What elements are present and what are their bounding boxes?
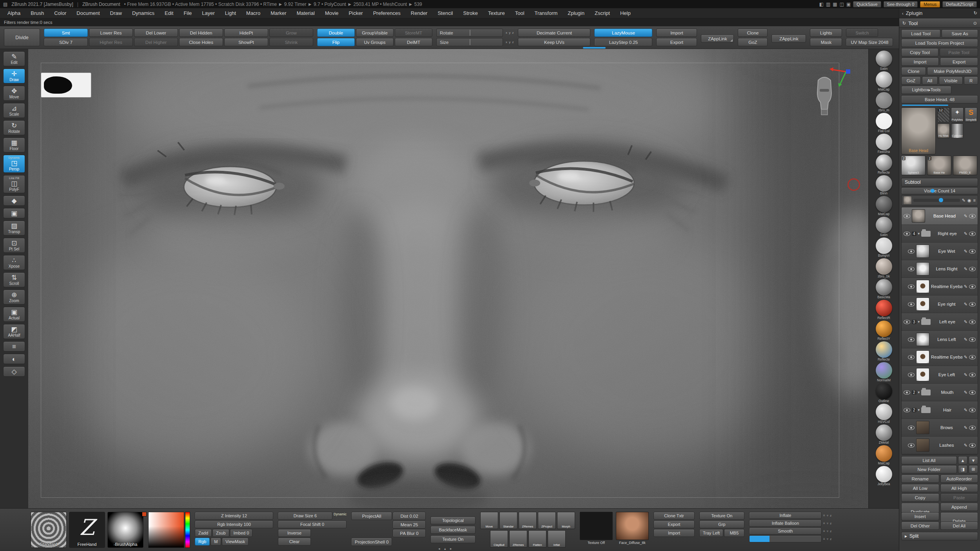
material-swatch[interactable]: Reflecte: [876, 154, 892, 174]
subtool-eye-icon[interactable]: [969, 408, 976, 412]
sculpt-mode-button[interactable]: Imbed 0: [230, 529, 253, 537]
subtool-eye-icon[interactable]: [969, 249, 976, 254]
menu-item[interactable]: File: [178, 8, 197, 18]
recent-tool-thumbnail[interactable]: 12: [937, 107, 950, 122]
left-tool-button[interactable]: ⊡ Pt Sel: [3, 238, 25, 253]
focal-shift-slider[interactable]: Focal Shift 0: [278, 520, 347, 528]
menu-item[interactable]: Marker: [265, 8, 291, 18]
folder-options-button[interactable]: ◨: [958, 465, 967, 473]
recent-tool-thumbnail[interactable]: Cylinder: [951, 123, 964, 138]
subtool-row[interactable]: 2 ▾ Mouth ✎: [902, 384, 978, 401]
texture-action-button[interactable]: Export: [653, 520, 695, 528]
project-button[interactable]: ProjectionShell 0: [351, 538, 392, 546]
material-swatch[interactable]: ZMetal: [876, 424, 892, 444]
recent-tool-thumbnail[interactable]: PM3D_E: [953, 156, 977, 175]
quick-tool-thumbnail[interactable]: Inflat: [548, 530, 566, 547]
paint-mode-button[interactable]: M: [211, 538, 221, 546]
left-tool-button[interactable]: ↻ Rotate: [3, 120, 25, 135]
menu-item[interactable]: Color: [49, 8, 71, 18]
texture-slot[interactable]: Face_Diffuse_8k: [616, 512, 649, 545]
tool-button[interactable]: All: [922, 76, 938, 85]
titlebar-icon[interactable]: ▦: [833, 2, 837, 7]
topology-button[interactable]: Topological: [430, 517, 475, 524]
subtool-row[interactable]: ▾ Lashes ✎: [902, 437, 978, 454]
subtool-visibility-eye-icon[interactable]: [908, 373, 915, 377]
subtool-eye-icon[interactable]: [969, 214, 976, 218]
recent-tool-thumbnail[interactable]: 2 Base He: [927, 156, 951, 175]
subtool-action-button[interactable]: Paste: [940, 493, 978, 502]
menu-item[interactable]: Light: [220, 8, 241, 18]
shelf-button[interactable]: LazyMouse: [594, 29, 652, 37]
tool-button[interactable]: Load Tool: [901, 29, 940, 38]
tool-button[interactable]: Import: [901, 58, 939, 66]
shelf-button[interactable]: Uv Groups: [356, 38, 394, 46]
material-swatch[interactable]: Reflecte: [876, 341, 892, 361]
tray-toggle-arrows[interactable]: ◂ ▴ ▸: [438, 547, 454, 551]
left-tool-button[interactable]: ◇: [3, 366, 25, 377]
new-folder-button[interactable]: New Folder: [901, 465, 957, 473]
shelf-button[interactable]: Lights: [810, 29, 842, 37]
shelf-button[interactable]: DelMT: [395, 38, 432, 46]
left-tool-button[interactable]: ≡: [3, 341, 25, 352]
recent-tool-thumbnail[interactable]: PolyMes: [951, 107, 964, 122]
texture-slot[interactable]: Texture Off: [580, 512, 613, 545]
subtool-thumbnail[interactable]: [916, 280, 929, 293]
subtool-row[interactable]: ▾ Eye Left ✎: [902, 366, 978, 384]
subtool-row[interactable]: 2 ▾ Hair ✎: [902, 401, 978, 419]
folder-expand-icon[interactable]: ▾: [918, 408, 920, 412]
titlebar-button[interactable]: QuickSave: [853, 1, 881, 7]
subtool-up-button[interactable]: ▲: [958, 456, 967, 464]
uv-map-size-slider[interactable]: UV Map Size 2048: [846, 38, 893, 46]
shelf-button[interactable]: Smt: [44, 29, 88, 37]
current-color-swatch[interactable]: [142, 512, 147, 517]
stroke-curve-icons[interactable]: ≡ ▿ z: [823, 537, 833, 541]
subtool-eye-icon[interactable]: [969, 302, 976, 306]
draw-size-slider[interactable]: Draw Size 6: [278, 512, 332, 520]
tool-button[interactable]: Clone: [901, 67, 926, 75]
palette-cycle-icon[interactable]: ↻: [902, 21, 906, 26]
subtool-eye-icon[interactable]: [969, 426, 976, 430]
subtool-visibility-eye-icon[interactable]: [908, 426, 915, 430]
menu-item[interactable]: Movie: [320, 8, 344, 18]
titlebar-icon[interactable]: ◧: [819, 2, 824, 7]
subtool-eye-icon[interactable]: [969, 285, 976, 289]
subtool-visibility-eye-icon[interactable]: [904, 390, 910, 395]
subtool-row[interactable]: ▾ Realtime Eyeball Left ✎: [902, 348, 978, 366]
titlebar-button[interactable]: DefaultZScript: [942, 1, 977, 7]
material-swatch[interactable]: Satin: [876, 51, 892, 71]
folder-expand-icon[interactable]: ▾: [918, 232, 920, 236]
subtool-paint-icon[interactable]: ✎: [964, 355, 967, 360]
subtool-paint-icon[interactable]: ✎: [964, 425, 967, 430]
intensity-slider[interactable]: Z Intensity 12: [195, 512, 273, 520]
texture-action-button[interactable]: Clone Txtr: [653, 512, 695, 520]
texture-toggle-button[interactable]: Texture On: [699, 512, 744, 520]
tray-button[interactable]: MB5: [724, 529, 744, 537]
shelf-button[interactable]: Double: [317, 29, 355, 37]
subtool-visibility-eye-icon[interactable]: [908, 355, 915, 359]
split-section-header[interactable]: ▸ Split: [901, 532, 978, 540]
subtool-eye-icon[interactable]: [969, 373, 976, 377]
visible-count-slider[interactable]: Visible Count 14: [901, 187, 978, 194]
subtool-eye-icon[interactable]: [969, 355, 976, 359]
subtool-eye-icon[interactable]: [969, 232, 976, 236]
tool-button[interactable]: Paste Tool: [940, 48, 978, 56]
subtool-eye-icon[interactable]: [969, 267, 976, 271]
quick-tool-thumbnail[interactable]: Standar: [499, 512, 517, 529]
texture-toggle-button[interactable]: Grp: [699, 520, 744, 528]
material-swatch[interactable]: BasicMa: [876, 279, 892, 299]
subtool-visibility-eye-icon[interactable]: [904, 408, 910, 412]
subtool-eye-icon[interactable]: [969, 337, 976, 342]
shelf-button[interactable]: Lower Res: [89, 29, 133, 37]
lightbox-tools-button[interactable]: Lightbox▸Tools: [901, 86, 951, 94]
subtool-eye-icon[interactable]: [969, 320, 976, 324]
tool-button[interactable]: Copy Tool: [901, 48, 938, 56]
quick-tool-thumbnail[interactable]: ZRemes: [509, 530, 527, 547]
texture-action-button[interactable]: Import: [653, 529, 695, 537]
subtool-thumbnail[interactable]: [916, 297, 929, 311]
subtool-row[interactable]: ▾ Lens Left ✎: [902, 331, 978, 348]
material-swatch[interactable]: MatCap: [876, 71, 892, 91]
menu-item[interactable]: Texture: [483, 8, 510, 18]
subtool-paint-icon[interactable]: ✎: [964, 231, 967, 236]
left-tool-button[interactable]: ▣: [3, 208, 25, 218]
menu-item[interactable]: Stencil: [432, 8, 458, 18]
